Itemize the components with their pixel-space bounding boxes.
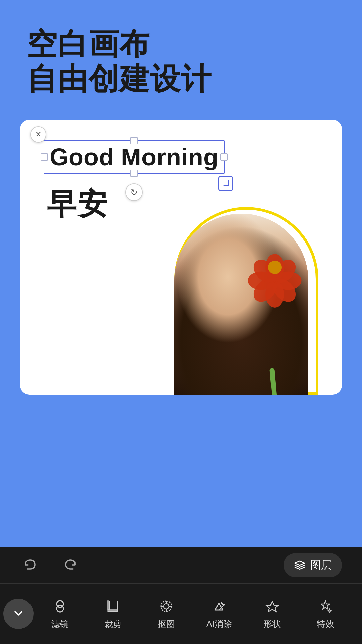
handle-left-center[interactable] (41, 153, 48, 161)
tool-effects[interactable]: 特效 (299, 598, 352, 630)
text-selection-box: Good Morning (44, 140, 225, 174)
tool-cutout[interactable]: 抠图 (140, 598, 193, 630)
undo-button[interactable] (20, 555, 40, 575)
flower-center (268, 261, 282, 274)
tool-shape[interactable]: 形状 (246, 598, 299, 630)
layers-icon (294, 559, 306, 571)
tool-crop[interactable]: 裁剪 (86, 598, 139, 630)
ai-erase-icon (211, 598, 228, 615)
shape-icon (264, 598, 281, 615)
cutout-icon (158, 598, 175, 615)
crop-icon (105, 598, 121, 615)
top-header: 空白画布 自由创建设计 (0, 0, 362, 110)
headline-line1: 空白画布 (27, 27, 335, 62)
canvas-wrapper: ✕ Good Morning ↻ 早安 (0, 110, 362, 547)
rotate-handle[interactable]: ↻ (125, 183, 143, 201)
photo-image (174, 214, 308, 395)
ai-erase-label: AI消除 (206, 618, 232, 630)
tool-filter[interactable]: 滤镜 (34, 598, 86, 630)
svg-rect-8 (221, 602, 225, 606)
filter-icon (52, 598, 68, 615)
toolbar-area: 图层 滤镜 裁剪 (0, 547, 362, 644)
crop-label: 裁剪 (104, 618, 122, 630)
toolbar-top: 图层 (0, 547, 362, 584)
headline-line2: 自由创建设计 (27, 62, 335, 97)
canvas-card[interactable]: ✕ Good Morning ↻ 早安 (20, 120, 342, 395)
more-button[interactable] (3, 599, 34, 629)
layers-label: 图层 (310, 558, 332, 573)
svg-point-1 (57, 605, 63, 612)
effects-icon (317, 598, 334, 615)
handle-right-center[interactable] (220, 153, 228, 161)
undo-redo-group (20, 555, 284, 575)
headline-text: 空白画布 自由创建设计 (27, 27, 335, 96)
handle-top-center[interactable] (130, 137, 138, 144)
redo-button[interactable] (60, 555, 80, 575)
filter-label: 滤镜 (51, 618, 69, 630)
svg-point-3 (164, 604, 169, 609)
effects-label: 特效 (317, 618, 334, 630)
flower-decoration (248, 240, 302, 294)
photo-area (151, 194, 325, 395)
tool-ai-erase[interactable]: AI消除 (193, 598, 246, 630)
corner-expand-handle[interactable] (218, 176, 233, 191)
layers-button[interactable]: 图层 (284, 553, 342, 577)
cutout-label: 抠图 (158, 618, 175, 630)
handle-bottom-center[interactable] (130, 170, 138, 177)
good-morning-text[interactable]: Good Morning (50, 143, 219, 171)
toolbar-bottom: 滤镜 裁剪 抠图 (0, 584, 362, 644)
shape-label: 形状 (263, 618, 281, 630)
